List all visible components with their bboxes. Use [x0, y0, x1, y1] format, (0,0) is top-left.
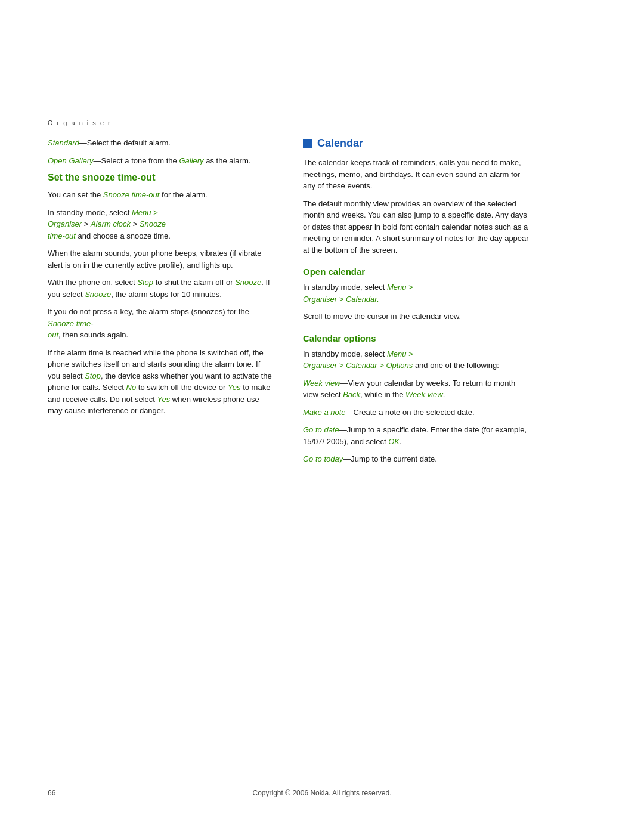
- calendar-options-heading: Calendar options: [303, 333, 530, 343]
- cal-opt-link: Organiser > Calendar > Options: [303, 361, 413, 370]
- back-link: Back: [343, 390, 360, 399]
- make-note-paragraph: Make a note—Create a note on the selecte…: [303, 407, 530, 419]
- open-calendar-menu: Menu >: [387, 283, 413, 292]
- week-view-suf: , while in the: [360, 390, 403, 399]
- open-calendar-text1: In standby mode, select: [303, 283, 385, 292]
- yes-link2: Yes: [157, 395, 171, 404]
- stop-link: Stop: [137, 278, 153, 287]
- calendar-heading: Calendar: [317, 137, 363, 150]
- calendar-heading-row: Calendar: [303, 137, 530, 150]
- switched-off-text3: to switch off the device or: [136, 383, 225, 392]
- switched-off-paragraph: If the alarm time is reached while the p…: [48, 347, 274, 417]
- open-calendar-link: Organiser > Calendar.: [303, 295, 379, 304]
- stop-link2: Stop: [85, 371, 101, 380]
- snooze-intro-paragraph: You can set the Snooze time-out for the …: [48, 189, 274, 201]
- make-note-label: Make a note: [303, 408, 346, 417]
- open-calendar-paragraph1: In standby mode, select Menu > Organiser…: [303, 281, 530, 305]
- right-column: Calendar The calendar keeps track of rem…: [303, 137, 530, 471]
- standby-text1: In standby mode, select: [48, 208, 129, 217]
- week-view-link2: Week view: [405, 390, 443, 399]
- snooze-link3: Snooze: [235, 278, 261, 287]
- snooze-time-out-link1: Snooze time-out: [103, 190, 160, 199]
- alarm-clock-link: Alarm clock: [91, 219, 131, 228]
- go-to-today-label: Go to today: [303, 454, 343, 463]
- cal-opt-text2: and one of the following:: [413, 361, 499, 370]
- week-view-end: .: [443, 390, 445, 399]
- go-to-date-end: .: [400, 437, 402, 446]
- open-gallery-text: —Select a tone from the: [94, 156, 177, 165]
- go-to-today-paragraph: Go to today—Jump to the current date.: [303, 453, 530, 465]
- week-view-paragraph: Week view—View your calendar by weeks. T…: [303, 377, 530, 401]
- go-to-date-paragraph: Go to date—Jump to a specific date. Ente…: [303, 424, 530, 447]
- open-calendar-heading: Open calendar: [303, 267, 530, 277]
- standard-paragraph: Standard—Select the default alarm.: [48, 137, 274, 149]
- alarm-sounds-paragraph: When the alarm sounds, your phone beeps,…: [48, 247, 274, 271]
- left-column: Standard—Select the default alarm. Open …: [48, 137, 274, 471]
- no-link: No: [126, 383, 137, 392]
- cal-opt-text1: In standby mode, select: [303, 349, 385, 358]
- no-key-paragraph: If you do not press a key, the alarm sto…: [48, 306, 274, 341]
- menu-link1: Menu >: [132, 208, 158, 217]
- organiser-label: O r g a n i s e r: [48, 119, 596, 126]
- no-key-text: If you do not press a key, the alarm sto…: [48, 307, 249, 316]
- open-calendar-paragraph2: Scroll to move the cursor in the calenda…: [303, 311, 530, 323]
- snooze-intro2: for the alarm.: [159, 190, 207, 199]
- open-gallery-suffix: as the alarm.: [204, 156, 251, 165]
- standby-suffix1: and choose a snooze time.: [76, 231, 171, 240]
- week-view-label: Week view: [303, 379, 340, 388]
- page: O r g a n i s e r Standard—Select the de…: [0, 0, 644, 833]
- arrow1: >: [82, 219, 91, 228]
- yes-link1: Yes: [228, 383, 241, 392]
- calendar-blue-box: [303, 139, 312, 148]
- go-to-today-text: —Jump to the current date.: [343, 454, 437, 463]
- open-gallery-link: Open Gallery: [48, 156, 94, 165]
- stop-text-pre: With the phone on, select: [48, 278, 135, 287]
- stop-snooze-paragraph: With the phone on, select Stop to shut t…: [48, 277, 274, 300]
- calendar-intro2: The default monthly view provides an ove…: [303, 198, 530, 256]
- calendar-intro1: The calendar keeps track of reminders, c…: [303, 157, 530, 192]
- make-note-text: —Create a note on the selected date.: [346, 408, 475, 417]
- arrow2: >: [131, 219, 140, 228]
- two-column-layout: Standard—Select the default alarm. Open …: [48, 137, 596, 471]
- standby-paragraph1: In standby mode, select Menu > Organiser…: [48, 207, 274, 242]
- footer: Copyright © 2006 Nokia. All rights reser…: [0, 789, 644, 797]
- stop-text-mid: to shut the alarm off or: [153, 278, 233, 287]
- snooze-minutes-text: , the alarm stops for 10 minutes.: [111, 290, 222, 299]
- standard-text: —Select the default alarm.: [79, 138, 171, 147]
- standard-link: Standard: [48, 138, 79, 147]
- cal-opt-menu: Menu >: [387, 349, 413, 358]
- organiser-link1: Organiser: [48, 219, 82, 228]
- ok-link: OK: [388, 437, 400, 446]
- snooze-heading: Set the snooze time-out: [48, 172, 274, 183]
- gallery-link: Gallery: [179, 156, 203, 165]
- snooze-link4: Snooze: [85, 290, 111, 299]
- go-to-date-label: Go to date: [303, 425, 339, 434]
- calendar-options-intro: In standby mode, select Menu > Organiser…: [303, 348, 530, 371]
- snooze-intro-text: You can set the: [48, 190, 101, 199]
- open-gallery-paragraph: Open Gallery—Select a tone from the Gall…: [48, 155, 274, 167]
- no-key-suf: , then sounds again.: [58, 330, 128, 339]
